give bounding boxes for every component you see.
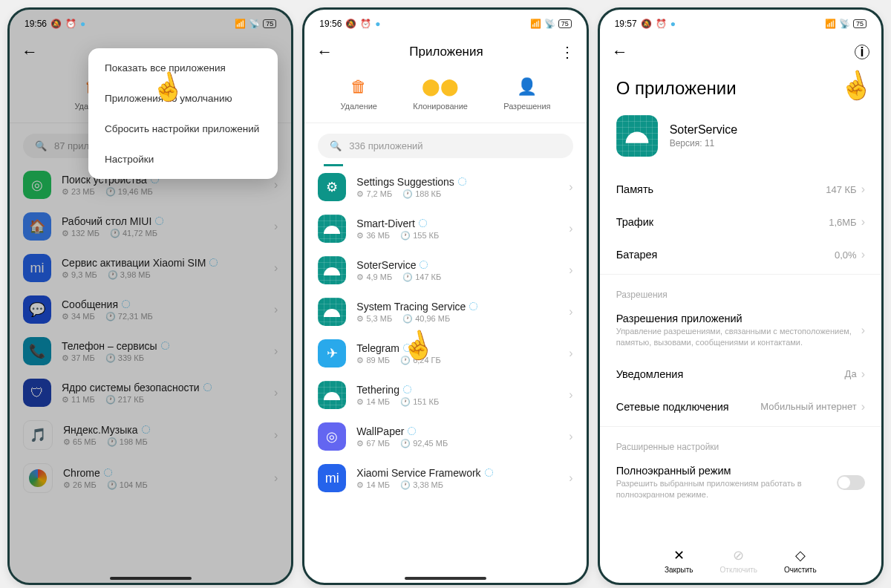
toggle-fullscreen[interactable]: [837, 475, 865, 490]
wifi-icon: 📡: [839, 19, 850, 29]
app-row[interactable]: 🛡Ядро системы безопасности⚙ 11 МБ🕐 217 К…: [10, 372, 291, 414]
back-button[interactable]: ←: [316, 42, 333, 62]
app-row[interactable]: System Tracing Service⚙ 5,3 МБ🕐 40,96 МБ…: [304, 291, 586, 333]
nav-bar[interactable]: [405, 577, 486, 580]
action-clear[interactable]: ◇Очистить: [784, 547, 817, 574]
row-app-perms[interactable]: Разрешения приложений Управление разреше…: [600, 303, 881, 358]
page-title: Приложения: [345, 45, 547, 59]
dot-icon: ●: [375, 19, 380, 29]
clear-icon: ◇: [795, 547, 806, 564]
phone-screen-3: 19:57 🔕 ⏰ ● 📶 📡 75 ← i О приложении Sote…: [598, 7, 884, 585]
app-name: SoterService: [670, 123, 738, 137]
search-icon: 🔍: [330, 140, 342, 151]
app-row[interactable]: 🎵Яндекс.Музыка⚙ 65 МБ🕐 198 МБ›: [10, 414, 291, 457]
row-battery[interactable]: Батарея0,0%›: [600, 238, 881, 271]
back-button[interactable]: ←: [612, 42, 628, 62]
bell-off-icon: 🔕: [345, 19, 356, 29]
action-perms[interactable]: 👤Разрешения: [503, 76, 550, 111]
header: ← Приложения ⋮: [304, 35, 586, 69]
spinner-icon: [203, 383, 212, 391]
app-icon: [23, 463, 53, 493]
section-advanced: Расширенные настройки: [600, 430, 881, 455]
dot-icon: ●: [80, 19, 85, 29]
status-bar: 19:56 🔕 ⏰ ● 📶 📡 75: [10, 10, 291, 35]
chevron-icon: ›: [274, 303, 278, 316]
more-button[interactable]: ⋮: [560, 43, 575, 61]
app-row[interactable]: 💬Сообщения⚙ 34 МБ🕐 72,31 МБ›: [10, 289, 291, 330]
chevron-icon: ›: [861, 324, 865, 337]
close-icon: ✕: [673, 547, 685, 564]
row-network[interactable]: Сетевые подключенияМобильный интернет›: [600, 391, 881, 423]
action-delete[interactable]: 🗑Удаление: [340, 76, 377, 111]
alarm-icon: ⏰: [656, 19, 667, 29]
chevron-icon: ›: [274, 344, 278, 358]
spinner-icon: [419, 219, 427, 227]
row-traffic[interactable]: Трафик1,6МБ›: [600, 206, 881, 238]
app-row[interactable]: Chrome⚙ 26 МБ🕐 104 МБ›: [10, 457, 291, 500]
chevron-icon: ›: [274, 178, 278, 192]
spinner-icon: [403, 385, 411, 393]
app-row[interactable]: ✈Telegram⚙ 89 МБ🕐 6,24 ГБ›: [304, 333, 586, 374]
app-icon: 💬: [23, 295, 51, 324]
menu-reset[interactable]: Сбросить настройки приложений: [88, 114, 278, 144]
chevron-icon: ›: [861, 183, 865, 196]
app-icon: ◎: [318, 422, 346, 451]
app-row[interactable]: Smart-Divert⚙ 36 МБ🕐 155 КБ›: [304, 208, 586, 249]
search-box[interactable]: 🔍 336 приложений: [318, 134, 572, 158]
menu-show-all[interactable]: Показать все приложения: [88, 53, 278, 83]
spinner-icon: [469, 302, 477, 310]
spinner-icon: [142, 425, 150, 434]
alarm-icon: ⏰: [360, 19, 371, 29]
chevron-icon: ›: [569, 222, 572, 235]
wifi-icon: 📡: [544, 19, 555, 29]
app-row[interactable]: SoterService⚙ 4,9 МБ🕐 147 КБ›: [304, 249, 586, 291]
row-fullscreen[interactable]: Полноэкранный режим Разрешить выбранным …: [600, 455, 881, 510]
app-icon: 🛡: [23, 379, 51, 407]
header: ← i: [600, 35, 881, 69]
spinner-icon: [161, 342, 169, 350]
row-notifications[interactable]: УведомленияДа›: [600, 358, 881, 391]
app-row[interactable]: miСервис активации Xiaomi SIM⚙ 9,3 МБ🕐 3…: [10, 247, 291, 289]
perms-icon: 👤: [517, 76, 538, 97]
app-icon: mi: [23, 254, 51, 282]
app-row[interactable]: ◎WallPaper⚙ 67 МБ🕐 92,45 МБ›: [304, 416, 586, 457]
chevron-icon: ›: [569, 180, 572, 194]
status-time: 19:57: [615, 19, 637, 29]
back-button[interactable]: ←: [22, 42, 38, 62]
row-memory[interactable]: Память147 КБ›: [600, 173, 881, 206]
phone-screen-2: 19:56 🔕 ⏰ ● 📶 📡 75 ← Приложения ⋮ 🗑Удале…: [302, 7, 588, 585]
chevron-icon: ›: [569, 471, 572, 485]
app-header: SoterService Версия: 11: [600, 106, 881, 166]
bottom-actions: ✕Закрыть ⊘Отключить ◇Очистить: [600, 547, 881, 574]
menu-settings[interactable]: Настройки: [88, 144, 278, 174]
app-list: ⚙Settings Suggestions⚙ 7,2 МБ🕐 188 КБ› S…: [304, 166, 586, 499]
app-row[interactable]: 🏠Рабочий стол MIUI⚙ 132 МБ🕐 41,72 МБ›: [10, 206, 291, 247]
action-row: 🗑Удаление ⬤⬤Клонирование 👤Разрешения: [304, 69, 586, 123]
menu-default-apps[interactable]: Приложения по умолчанию: [88, 83, 278, 114]
chevron-icon: ›: [861, 400, 865, 414]
action-clone[interactable]: ⬤⬤Клонирование: [413, 76, 468, 111]
action-close[interactable]: ✕Закрыть: [665, 547, 693, 574]
chevron-icon: ›: [274, 261, 278, 275]
spinner-icon: [155, 217, 163, 225]
nav-bar[interactable]: [110, 577, 192, 580]
app-icon: 🏠: [23, 212, 51, 241]
spinner-icon: [485, 468, 493, 477]
bell-off-icon: 🔕: [641, 19, 652, 29]
info-button[interactable]: i: [855, 45, 869, 59]
app-row[interactable]: miXiaomi Service Framework⚙ 14 МБ🕐 3,38 …: [304, 457, 586, 499]
trash-icon: 🗑: [348, 76, 369, 97]
chevron-icon: ›: [274, 428, 278, 442]
chevron-icon: ›: [569, 264, 572, 277]
chevron-icon: ›: [569, 305, 572, 318]
alarm-icon: ⏰: [65, 19, 76, 29]
app-row[interactable]: Tethering⚙ 14 МБ🕐 151 КБ›: [304, 374, 586, 416]
signal-icon: 📶: [825, 19, 836, 29]
spinner-icon: [408, 427, 416, 435]
spinner-icon: [122, 300, 130, 308]
app-row[interactable]: 📞Телефон – сервисы⚙ 37 МБ🕐 339 КБ›: [10, 330, 291, 372]
app-row[interactable]: ⚙Settings Suggestions⚙ 7,2 МБ🕐 188 КБ›: [304, 166, 586, 208]
app-icon: ⚙: [318, 173, 346, 201]
chevron-icon: ›: [569, 388, 572, 402]
battery-icon: 75: [263, 19, 276, 28]
